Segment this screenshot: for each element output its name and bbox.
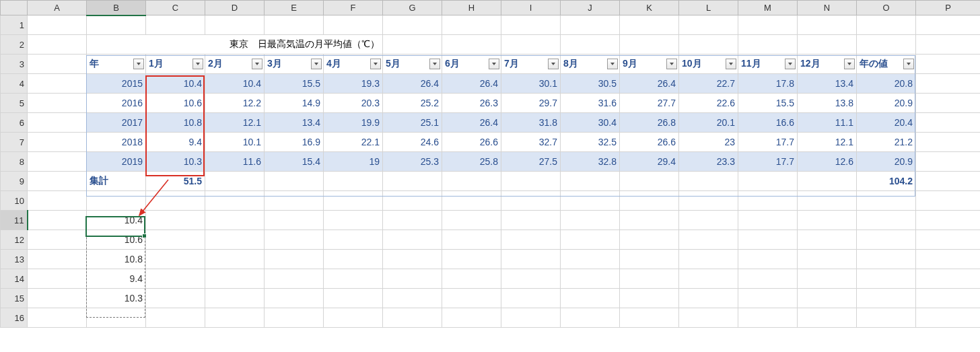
cell[interactable] xyxy=(679,191,738,211)
col-header-A[interactable]: A xyxy=(28,1,87,15)
table-cell[interactable]: 26.4 xyxy=(620,74,679,94)
cell[interactable] xyxy=(916,269,981,289)
cell[interactable] xyxy=(561,250,620,269)
cell[interactable] xyxy=(265,289,324,308)
cell[interactable] xyxy=(205,308,265,328)
table-cell[interactable]: 9.4 xyxy=(146,133,205,152)
cell[interactable] xyxy=(857,250,916,269)
cell[interactable] xyxy=(28,113,87,133)
col-header-L[interactable]: L xyxy=(679,1,738,15)
cell[interactable] xyxy=(679,289,738,308)
cell[interactable] xyxy=(798,191,857,211)
table-header-feb[interactable]: 2月 xyxy=(205,55,265,74)
cell[interactable] xyxy=(916,35,981,55)
cell[interactable] xyxy=(383,35,442,55)
table-cell[interactable]: 12.2 xyxy=(205,94,265,113)
table-cell[interactable]: 10.4 xyxy=(146,74,205,94)
cell[interactable] xyxy=(916,152,981,172)
table-cell[interactable]: 30.4 xyxy=(561,113,620,133)
table-cell[interactable]: 10.3 xyxy=(146,152,205,172)
totals-label[interactable]: 集計 xyxy=(87,172,146,191)
cell[interactable] xyxy=(205,269,265,289)
table-cell[interactable]: 20.9 xyxy=(857,94,916,113)
cell[interactable] xyxy=(857,289,916,308)
row-header-3[interactable]: 3 xyxy=(1,55,28,74)
cell[interactable] xyxy=(620,269,679,289)
cell[interactable] xyxy=(857,191,916,211)
cell[interactable] xyxy=(738,15,798,35)
select-all-corner[interactable] xyxy=(1,1,28,15)
cell[interactable] xyxy=(620,230,679,250)
col-header-P[interactable]: P xyxy=(916,1,981,15)
filter-dropdown-icon[interactable] xyxy=(548,59,559,69)
filter-dropdown-icon[interactable] xyxy=(252,59,262,69)
cell[interactable] xyxy=(205,191,265,211)
filter-dropdown-icon[interactable] xyxy=(370,59,381,69)
cell[interactable] xyxy=(265,250,324,269)
cell[interactable] xyxy=(620,211,679,230)
cell[interactable] xyxy=(205,250,265,269)
table-cell[interactable]: 29.4 xyxy=(620,152,679,172)
filter-dropdown-icon[interactable] xyxy=(607,59,618,69)
col-header-B[interactable]: B xyxy=(87,1,146,15)
cell[interactable] xyxy=(442,35,501,55)
table-cell[interactable]: 12.6 xyxy=(798,152,857,172)
table-cell[interactable]: 31.6 xyxy=(561,94,620,113)
table-cell[interactable]: 25.8 xyxy=(442,152,501,172)
table-cell[interactable]: 19.3 xyxy=(324,74,383,94)
cell[interactable] xyxy=(442,211,501,230)
cell[interactable] xyxy=(798,211,857,230)
cell[interactable] xyxy=(265,211,324,230)
table-cell[interactable]: 23 xyxy=(679,133,738,152)
table-cell[interactable] xyxy=(620,172,679,191)
table-cell[interactable]: 26.4 xyxy=(442,113,501,133)
cell[interactable] xyxy=(798,250,857,269)
cell[interactable] xyxy=(561,289,620,308)
filter-dropdown-icon[interactable] xyxy=(844,59,855,69)
table-cell[interactable]: 11.6 xyxy=(205,152,265,172)
table-cell[interactable]: 26.6 xyxy=(442,133,501,152)
row-header-5[interactable]: 5 xyxy=(1,94,28,113)
cell[interactable] xyxy=(916,250,981,269)
col-header-J[interactable]: J xyxy=(561,1,620,15)
cell[interactable] xyxy=(798,230,857,250)
cell[interactable] xyxy=(146,191,205,211)
cell[interactable] xyxy=(324,211,383,230)
cell[interactable] xyxy=(857,269,916,289)
col-header-O[interactable]: O xyxy=(857,1,916,15)
table-cell[interactable]: 14.9 xyxy=(265,94,324,113)
table-cell[interactable]: 32.5 xyxy=(561,133,620,152)
cell[interactable] xyxy=(679,230,738,250)
table-cell[interactable] xyxy=(561,172,620,191)
cell[interactable] xyxy=(620,15,679,35)
table-header-annual[interactable]: 年の値 xyxy=(857,55,916,74)
col-header-D[interactable]: D xyxy=(205,1,265,15)
cell[interactable] xyxy=(501,35,561,55)
col-header-M[interactable]: M xyxy=(738,1,798,15)
row-header-14[interactable]: 14 xyxy=(1,269,28,289)
table-cell[interactable]: 27.5 xyxy=(501,152,561,172)
table-cell[interactable] xyxy=(738,172,798,191)
cell-B11[interactable]: 10.4 xyxy=(87,211,146,230)
table-cell[interactable]: 29.7 xyxy=(501,94,561,113)
cell[interactable] xyxy=(561,211,620,230)
table-cell[interactable]: 26.4 xyxy=(383,74,442,94)
table-cell[interactable]: 30.5 xyxy=(561,74,620,94)
cell[interactable] xyxy=(916,15,981,35)
table-cell[interactable]: 24.6 xyxy=(383,133,442,152)
cell[interactable] xyxy=(501,269,561,289)
cell[interactable] xyxy=(383,15,442,35)
cell[interactable] xyxy=(324,250,383,269)
cell[interactable] xyxy=(265,230,324,250)
table-cell[interactable]: 26.4 xyxy=(442,74,501,94)
cell[interactable] xyxy=(205,289,265,308)
cell[interactable] xyxy=(561,15,620,35)
cell[interactable] xyxy=(324,289,383,308)
table-cell[interactable]: 19.9 xyxy=(324,113,383,133)
row-header-11[interactable]: 11 xyxy=(1,211,28,230)
filter-dropdown-icon[interactable] xyxy=(429,59,440,69)
table-cell[interactable]: 10.4 xyxy=(205,74,265,94)
row-header-4[interactable]: 4 xyxy=(1,74,28,94)
table-cell[interactable]: 15.5 xyxy=(738,94,798,113)
cell[interactable] xyxy=(442,289,501,308)
